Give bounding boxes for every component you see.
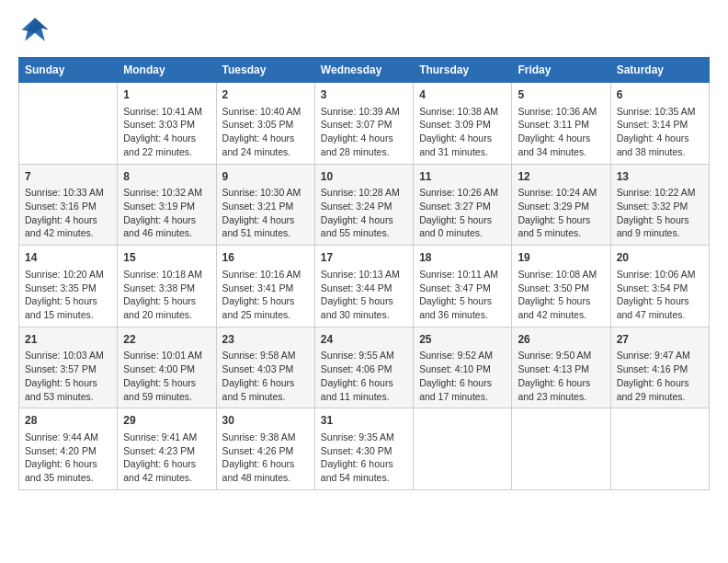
calendar-cell [512,408,610,490]
day-number: 4 [419,87,506,103]
day-info: Sunrise: 10:18 AMSunset: 3:38 PMDaylight… [123,268,210,322]
day-info: Sunrise: 10:30 AMSunset: 3:21 PMDaylight… [222,186,309,240]
day-info: Sunrise: 10:39 AMSunset: 3:07 PMDaylight… [321,105,407,159]
calendar-body: 1Sunrise: 10:41 AMSunset: 3:03 PMDayligh… [19,83,710,490]
weekday-header-cell: Wednesday [314,58,413,83]
day-info: Sunrise: 10:32 AMSunset: 3:19 PMDaylight… [123,186,210,240]
day-info: Sunrise: 10:08 AMSunset: 3:50 PMDaylight… [518,268,604,322]
weekday-header-cell: Thursday [414,58,512,83]
calendar-cell: 9Sunrise: 10:30 AMSunset: 3:21 PMDayligh… [216,164,314,246]
weekday-header-row: SundayMondayTuesdayWednesdayThursdayFrid… [19,58,710,83]
day-number: 6 [617,87,703,103]
calendar-cell: 5Sunrise: 10:36 AMSunset: 3:11 PMDayligh… [512,83,610,165]
day-number: 20 [617,250,703,266]
calendar-week-row: 7Sunrise: 10:33 AMSunset: 3:16 PMDayligh… [19,164,710,246]
day-info: Sunrise: 10:41 AMSunset: 3:03 PMDaylight… [123,105,210,159]
day-number: 26 [518,332,604,348]
day-number: 23 [222,332,309,348]
day-number: 24 [321,332,407,348]
day-number: 14 [25,250,111,266]
logo [18,15,55,48]
calendar-cell: 12Sunrise: 10:24 AMSunset: 3:29 PMDaylig… [512,164,610,246]
calendar-cell: 31Sunrise: 9:35 AMSunset: 4:30 PMDayligh… [314,408,413,490]
weekday-header-cell: Tuesday [216,58,314,83]
day-number: 18 [419,250,506,266]
calendar-cell [610,408,709,490]
day-info: Sunrise: 10:40 AMSunset: 3:05 PMDaylight… [222,105,309,159]
calendar-cell: 3Sunrise: 10:39 AMSunset: 3:07 PMDayligh… [314,83,413,165]
svg-marker-1 [22,18,49,33]
calendar-cell: 2Sunrise: 10:40 AMSunset: 3:05 PMDayligh… [216,83,314,165]
calendar-week-row: 1Sunrise: 10:41 AMSunset: 3:03 PMDayligh… [19,83,710,165]
day-number: 16 [222,250,309,266]
calendar-cell: 20Sunrise: 10:06 AMSunset: 3:54 PMDaylig… [610,246,709,327]
calendar-cell: 26Sunrise: 9:50 AMSunset: 4:13 PMDayligh… [512,327,610,408]
calendar-cell: 10Sunrise: 10:28 AMSunset: 3:24 PMDaylig… [314,164,413,246]
calendar-cell: 24Sunrise: 9:55 AMSunset: 4:06 PMDayligh… [314,327,413,408]
day-info: Sunrise: 10:13 AMSunset: 3:44 PMDaylight… [321,268,407,322]
day-number: 21 [25,332,111,348]
weekday-header-cell: Monday [118,58,216,83]
day-info: Sunrise: 10:28 AMSunset: 3:24 PMDaylight… [321,186,407,240]
day-info: Sunrise: 9:41 AMSunset: 4:23 PMDaylight:… [123,431,210,485]
day-number: 22 [123,332,210,348]
day-number: 10 [321,169,407,185]
day-number: 19 [518,250,604,266]
calendar-cell: 1Sunrise: 10:41 AMSunset: 3:03 PMDayligh… [118,83,216,165]
day-number: 8 [123,169,210,185]
calendar-cell: 28Sunrise: 9:44 AMSunset: 4:20 PMDayligh… [19,408,118,490]
calendar-week-row: 21Sunrise: 10:03 AMSunset: 3:57 PMDaylig… [19,327,710,408]
calendar-cell: 6Sunrise: 10:35 AMSunset: 3:14 PMDayligh… [610,83,709,165]
calendar-cell: 27Sunrise: 9:47 AMSunset: 4:16 PMDayligh… [610,327,709,408]
calendar-cell: 18Sunrise: 10:11 AMSunset: 3:47 PMDaylig… [414,246,512,327]
day-number: 3 [321,87,407,103]
calendar-week-row: 28Sunrise: 9:44 AMSunset: 4:20 PMDayligh… [19,408,710,490]
logo-icon [18,15,51,48]
day-number: 7 [25,169,111,185]
day-info: Sunrise: 9:44 AMSunset: 4:20 PMDaylight:… [25,431,111,485]
weekday-header-cell: Friday [512,58,610,83]
calendar-table: SundayMondayTuesdayWednesdayThursdayFrid… [18,57,710,490]
calendar-cell: 21Sunrise: 10:03 AMSunset: 3:57 PMDaylig… [19,327,118,408]
calendar-cell: 7Sunrise: 10:33 AMSunset: 3:16 PMDayligh… [19,164,118,246]
calendar-cell: 29Sunrise: 9:41 AMSunset: 4:23 PMDayligh… [118,408,216,490]
day-info: Sunrise: 9:58 AMSunset: 4:03 PMDaylight:… [222,349,309,403]
calendar-cell: 13Sunrise: 10:22 AMSunset: 3:32 PMDaylig… [610,164,709,246]
day-number: 29 [123,413,210,429]
calendar-cell: 15Sunrise: 10:18 AMSunset: 3:38 PMDaylig… [118,246,216,327]
day-number: 12 [518,169,604,185]
calendar-cell: 17Sunrise: 10:13 AMSunset: 3:44 PMDaylig… [314,246,413,327]
day-number: 28 [25,413,111,429]
weekday-header-cell: Sunday [19,58,118,83]
day-info: Sunrise: 10:16 AMSunset: 3:41 PMDaylight… [222,268,309,322]
day-number: 5 [518,87,604,103]
day-number: 27 [617,332,703,348]
header [18,15,710,48]
day-info: Sunrise: 10:20 AMSunset: 3:35 PMDaylight… [25,268,111,322]
calendar-cell [19,83,118,165]
day-info: Sunrise: 9:52 AMSunset: 4:10 PMDaylight:… [419,349,506,403]
calendar-cell: 8Sunrise: 10:32 AMSunset: 3:19 PMDayligh… [118,164,216,246]
calendar-cell: 4Sunrise: 10:38 AMSunset: 3:09 PMDayligh… [414,83,512,165]
calendar-cell: 25Sunrise: 9:52 AMSunset: 4:10 PMDayligh… [414,327,512,408]
day-number: 11 [419,169,506,185]
day-info: Sunrise: 10:22 AMSunset: 3:32 PMDaylight… [617,186,703,240]
day-info: Sunrise: 10:26 AMSunset: 3:27 PMDaylight… [419,186,506,240]
day-number: 17 [321,250,407,266]
day-info: Sunrise: 10:06 AMSunset: 3:54 PMDaylight… [617,268,703,322]
calendar-cell: 19Sunrise: 10:08 AMSunset: 3:50 PMDaylig… [512,246,610,327]
day-number: 13 [617,169,703,185]
day-info: Sunrise: 9:47 AMSunset: 4:16 PMDaylight:… [617,349,703,403]
day-info: Sunrise: 9:55 AMSunset: 4:06 PMDaylight:… [321,349,407,403]
weekday-header-cell: Saturday [610,58,709,83]
calendar-cell: 22Sunrise: 10:01 AMSunset: 4:00 PMDaylig… [118,327,216,408]
day-info: Sunrise: 10:03 AMSunset: 3:57 PMDaylight… [25,349,111,403]
day-info: Sunrise: 10:36 AMSunset: 3:11 PMDaylight… [518,105,604,159]
calendar-week-row: 14Sunrise: 10:20 AMSunset: 3:35 PMDaylig… [19,246,710,327]
day-number: 31 [321,413,407,429]
day-info: Sunrise: 10:35 AMSunset: 3:14 PMDaylight… [617,105,703,159]
day-number: 15 [123,250,210,266]
calendar-cell: 14Sunrise: 10:20 AMSunset: 3:35 PMDaylig… [19,246,118,327]
day-info: Sunrise: 10:01 AMSunset: 4:00 PMDaylight… [123,349,210,403]
calendar-cell: 11Sunrise: 10:26 AMSunset: 3:27 PMDaylig… [414,164,512,246]
